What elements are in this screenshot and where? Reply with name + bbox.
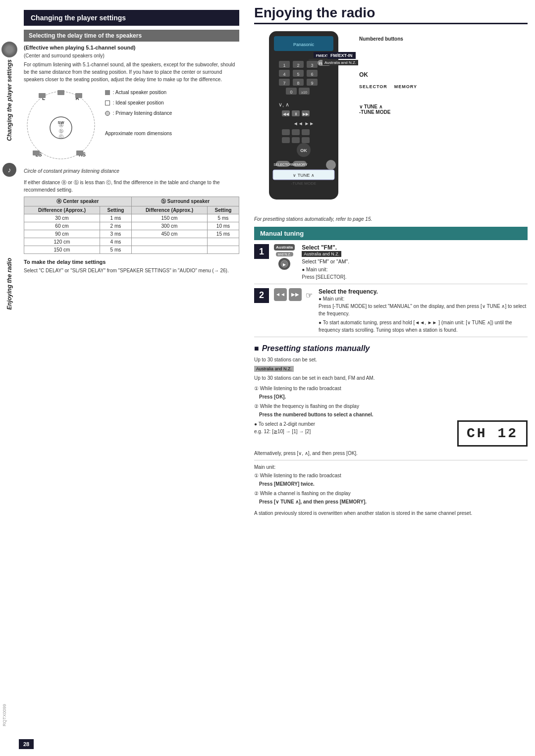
legend-item1: : Actual speaker position <box>113 90 166 95</box>
make-delay-text: Select "C DELAY" or "SL/SR DELAY" from "… <box>24 267 239 274</box>
left-section-header: Changing the player settings <box>24 10 239 26</box>
main-step2: ② While a channel is flashing on the dis… <box>254 490 528 497</box>
left-column: Changing the player settings Selecting t… <box>19 0 247 756</box>
svg-text:9: 9 <box>311 81 313 86</box>
col-set-a: Setting <box>100 206 131 214</box>
digit-example-text: ● To select a 2-digit number e.g. 12: [≧… <box>254 420 452 435</box>
svg-text:4: 4 <box>283 72 285 77</box>
svg-rect-11 <box>57 90 64 95</box>
svg-text:∨, ∧: ∨, ∧ <box>278 101 289 107</box>
sidebar-label-player: Changing the player settings <box>6 59 13 141</box>
effective-label: (Effective when playing 5.1-channel soun… <box>24 45 136 50</box>
fm-ext-annotation: FM/EXT-IN <box>327 52 356 59</box>
cursor-icon: ☞ <box>304 289 315 300</box>
presetting-step1: ① While listening to the radio broadcast <box>254 385 528 392</box>
page-number: 28 <box>19 739 34 749</box>
divider-1 <box>254 460 528 460</box>
svg-text:◄◄  ►►: ◄◄ ►► <box>293 121 314 126</box>
step-1-icons: Australia and N.Z. ▶ <box>274 244 298 270</box>
svg-text:▶: ▶ <box>283 262 286 267</box>
legend-item2: : Ideal speaker position <box>113 100 164 105</box>
actual-sq <box>105 90 110 95</box>
up-to-30: Up to 30 stations can be set. <box>254 356 528 363</box>
col-header-a: ⓐ Center speaker <box>24 197 132 206</box>
svg-text:⏸: ⏸ <box>294 112 298 116</box>
col-diff-b: Difference (Approx.) <box>131 206 207 214</box>
svg-rect-57 <box>292 137 300 143</box>
main-step1: ① While listening to the radio broadcast <box>254 472 528 479</box>
australia-note-text: Up to 30 stations can be set in each ban… <box>254 374 528 382</box>
svg-text:ⓒ: ⓒ <box>59 134 63 139</box>
channel-display: CH 12 <box>457 420 528 447</box>
step-2-content: Select the frequency. ● Main unit: Press… <box>319 288 528 334</box>
rewind-btn: ◄◄ <box>274 288 287 301</box>
svg-rect-53 <box>282 129 290 135</box>
memory-label: MEMORY <box>394 84 417 89</box>
col-set-b: Setting <box>207 206 239 214</box>
svg-text:≥10: ≥10 <box>301 91 307 94</box>
svg-text:▶▶: ▶▶ <box>303 112 309 116</box>
presetting-title: Presetting stations manually <box>254 344 528 353</box>
svg-text:6: 6 <box>311 72 313 77</box>
speaker-diagram-svg: C L R ⓐ ⓑ ⓒ SW LS RS <box>24 88 98 162</box>
australia-annotation: Australia and N.Z. <box>322 59 358 66</box>
australia-note-badge: Australia and N.Z. <box>254 366 294 372</box>
step-2-bullet1: ● Main unit: <box>319 295 528 302</box>
step-2-bullet2: ● To start automatic tuning, press and h… <box>319 319 528 334</box>
svg-text:∨ TUNE ∧: ∨ TUNE ∧ <box>293 173 314 178</box>
step-2-number: 2 <box>254 288 269 303</box>
disc-icon <box>1 42 17 57</box>
digit-bullet: ● To select a 2-digit number <box>254 420 452 428</box>
svg-rect-15 <box>76 151 83 155</box>
step-1-title: Select "FM". <box>302 244 528 251</box>
svg-text:1: 1 <box>283 63 285 68</box>
svg-text:MEMORY: MEMORY <box>292 163 308 166</box>
step-1-sub: Select "FM" or "AM". <box>302 258 528 266</box>
page-title: Enjoying the radio <box>254 5 528 24</box>
table-row: 30 cm1 ms150 cm5 ms <box>24 214 239 222</box>
table-row: 60 cm2 ms300 cm10 ms <box>24 222 239 230</box>
svg-text:8: 8 <box>297 81 299 86</box>
presetting-step1-bold: Press [OK]. <box>254 393 528 401</box>
svg-point-68 <box>326 160 336 170</box>
svg-text:SW: SW <box>58 120 64 125</box>
svg-rect-54 <box>292 129 300 135</box>
music-icon: ♪ <box>2 163 16 177</box>
step1-australia-badge2: Australia and N.Z. <box>302 251 341 257</box>
svg-text:3: 3 <box>311 63 313 68</box>
page-title-text: Enjoying the radio <box>254 5 375 20</box>
digit-example-area: ● To select a 2-digit number e.g. 12: [≧… <box>254 420 528 447</box>
digit-example: e.g. 12: [≧10] → [1] → [2] <box>254 428 452 435</box>
australia-small-badge: Australia <box>274 244 295 251</box>
main-unit-label: Main unit: <box>254 463 528 471</box>
main-step1-bold: Press [MEMORY] twice. <box>254 480 528 488</box>
primary-circle <box>105 111 110 116</box>
fm-ext-label: FM/EXT-IN <box>327 52 356 59</box>
footer-area: 28 <box>19 739 34 749</box>
col-diff-a: Difference (Approx.) <box>24 206 100 214</box>
col-header-b: ⓑ Surround speaker <box>131 197 239 206</box>
step-1-bullet1-detail: Press [SELECTOR]. <box>302 273 528 281</box>
preset-note: For presetting stations automatically, r… <box>254 215 528 223</box>
diagram-note: Approximate room dimensions <box>105 129 172 138</box>
svg-text:SELECTOR: SELECTOR <box>273 163 292 166</box>
svg-text:2: 2 <box>297 63 299 68</box>
tune-mode-label: -TUNE MODE <box>359 109 417 115</box>
right-column: Enjoying the radio Panasonic FM/EXT-IN <box>247 0 535 756</box>
make-delay-header: To make the delay time settings <box>24 259 106 265</box>
sidebar-left: Changing the player settings ♪ Enjoying … <box>0 0 19 756</box>
presetting-step2-bold: Press the numbered buttons to select a c… <box>254 411 528 418</box>
legend-item3: : Primary listening distance <box>113 110 172 116</box>
step-1-number: 1 <box>254 244 269 259</box>
table-row: 120 cm4 ms <box>24 238 239 246</box>
step-2-icons: ◄◄ ▶▶ ☞ <box>274 288 315 301</box>
andnz-small-badge: and N.Z. <box>276 252 293 256</box>
svg-text:OK: OK <box>300 148 307 153</box>
svg-rect-55 <box>302 129 310 135</box>
step-1-row: 1 Australia and N.Z. ▶ Select "FM". Aust… <box>254 244 528 284</box>
ok-label: OK <box>359 71 417 78</box>
manual-tuning-header: Manual tuning <box>254 227 528 240</box>
ideal-sq <box>105 101 110 105</box>
subsection-header: Selecting the delay time of the speakers <box>24 30 239 42</box>
body-text: For optimum listening with 5.1-channel s… <box>24 61 239 83</box>
